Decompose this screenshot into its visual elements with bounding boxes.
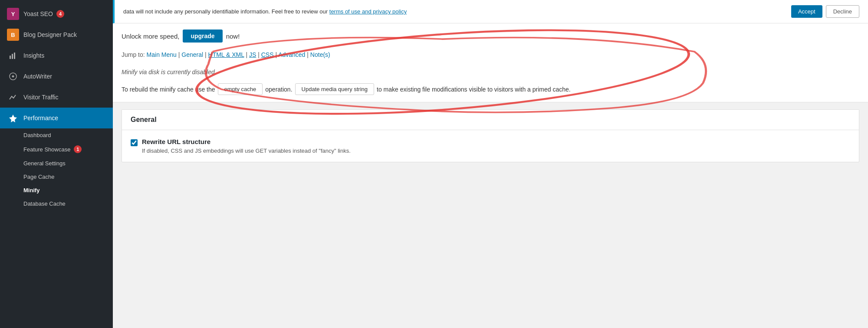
sidebar-label-autowriter: AutoWriter bbox=[23, 72, 52, 80]
svg-rect-0 bbox=[10, 56, 11, 59]
jump-general[interactable]: General bbox=[181, 51, 203, 58]
privacy-policy-link[interactable]: terms of use and privacy policy bbox=[329, 8, 407, 15]
jump-prefix: Jump to: bbox=[122, 51, 145, 58]
rewrite-url-row: Rewrite URL structure If disabled, CSS a… bbox=[131, 138, 850, 154]
decline-button[interactable]: Decline bbox=[826, 5, 859, 18]
rebuild-text-after: to make existing file modifications visi… bbox=[377, 86, 571, 93]
sidebar-label-insights: Insights bbox=[23, 52, 44, 59]
content-area: General Rewrite URL structure If disable… bbox=[113, 109, 868, 171]
upgrade-button[interactable]: upgrade bbox=[183, 30, 222, 43]
minify-info: Minify via disk is currently disabled. bbox=[113, 64, 868, 79]
insights-icon bbox=[7, 49, 19, 62]
sidebar-subitem-dashboard[interactable]: Dashboard bbox=[0, 128, 113, 142]
notice-bar: data will not include any personally ide… bbox=[113, 0, 868, 23]
accept-button[interactable]: Accept bbox=[791, 5, 822, 18]
jump-css[interactable]: CSS bbox=[261, 51, 274, 58]
visitor-traffic-icon bbox=[7, 91, 19, 103]
sidebar-subitem-general-settings[interactable]: General Settings bbox=[0, 157, 113, 170]
notice-actions: Accept Decline bbox=[791, 5, 859, 18]
upgrade-text-before: Unlock more speed, bbox=[122, 33, 179, 40]
feature-showcase-badge: 1 bbox=[74, 145, 82, 153]
sep6: | bbox=[307, 51, 310, 58]
sidebar-item-blog-designer[interactable]: B Blog Designer Pack bbox=[0, 24, 113, 45]
yoast-badge: 4 bbox=[56, 10, 64, 18]
sidebar-label-yoast: Yoast SEO bbox=[23, 10, 53, 18]
autowriter-icon bbox=[7, 70, 19, 82]
jump-advanced[interactable]: Advanced bbox=[278, 51, 305, 58]
rewrite-url-label-group: Rewrite URL structure If disabled, CSS a… bbox=[142, 138, 351, 154]
svg-rect-1 bbox=[12, 54, 13, 59]
rewrite-url-description: If disabled, CSS and JS embeddings will … bbox=[142, 148, 351, 154]
rewrite-url-checkbox[interactable] bbox=[131, 139, 138, 146]
general-section-header: General bbox=[122, 110, 859, 130]
sidebar-label-blog-designer: Blog Designer Pack bbox=[23, 31, 77, 39]
performance-icon bbox=[7, 112, 19, 124]
rewrite-url-label[interactable]: Rewrite URL structure bbox=[142, 138, 210, 145]
sidebar-item-insights[interactable]: Insights bbox=[0, 45, 113, 66]
sidebar-item-autowriter[interactable]: AutoWriter bbox=[0, 66, 113, 87]
jump-main-menu[interactable]: Main Menu bbox=[147, 51, 177, 58]
sidebar-item-performance[interactable]: Performance bbox=[0, 108, 113, 128]
blog-designer-icon: B bbox=[7, 29, 19, 41]
empty-cache-button[interactable]: empty cache bbox=[218, 83, 263, 95]
sep4: | bbox=[258, 51, 261, 58]
page-wrapper: Unlock more speed, upgrade now! Jump to:… bbox=[113, 23, 868, 171]
update-media-query-button[interactable]: Update media query string bbox=[295, 83, 374, 95]
sidebar-subitem-feature-showcase[interactable]: Feature Showcase 1 bbox=[0, 142, 113, 157]
yoast-icon: Y bbox=[7, 8, 19, 20]
sidebar-subitem-minify[interactable]: Minify bbox=[0, 184, 113, 197]
sep2: | bbox=[205, 51, 208, 58]
svg-marker-5 bbox=[9, 115, 17, 122]
notice-description: data will not include any personally ide… bbox=[123, 8, 328, 15]
sidebar-top: Y Yoast SEO 4 B Blog Designer Pack Insig… bbox=[0, 0, 113, 214]
main-content: data will not include any personally ide… bbox=[113, 0, 868, 328]
rebuild-text-before: To rebuild the minify cache use the bbox=[122, 86, 215, 93]
general-section: General Rewrite URL structure If disable… bbox=[122, 109, 859, 162]
rebuild-text-middle: operation. bbox=[265, 86, 292, 93]
sidebar: Y Yoast SEO 4 B Blog Designer Pack Insig… bbox=[0, 0, 113, 328]
general-section-body: Rewrite URL structure If disabled, CSS a… bbox=[122, 130, 859, 162]
upgrade-banner: Unlock more speed, upgrade now! bbox=[113, 23, 868, 47]
sidebar-label-visitor-traffic: Visitor Traffic bbox=[23, 93, 58, 101]
jump-js[interactable]: JS bbox=[249, 51, 256, 58]
jump-html-xml[interactable]: HTML & XML bbox=[208, 51, 244, 58]
svg-rect-2 bbox=[14, 52, 15, 59]
upgrade-text-after: now! bbox=[226, 33, 240, 40]
sidebar-item-visitor-traffic[interactable]: Visitor Traffic bbox=[0, 87, 113, 108]
feature-showcase-label: Feature Showcase bbox=[23, 146, 70, 153]
sidebar-label-performance: Performance bbox=[23, 114, 58, 122]
sidebar-item-yoast-seo[interactable]: Y Yoast SEO 4 bbox=[0, 3, 113, 24]
jump-nav: Jump to: Main Menu | General | HTML & XM… bbox=[113, 47, 868, 64]
sep3: | bbox=[246, 51, 249, 58]
sidebar-subitem-database-cache[interactable]: Database Cache bbox=[0, 197, 113, 210]
notice-text: data will not include any personally ide… bbox=[123, 8, 788, 15]
rebuild-cache-row: To rebuild the minify cache use the empt… bbox=[113, 79, 868, 102]
sidebar-subitem-page-cache[interactable]: Page Cache bbox=[0, 170, 113, 184]
jump-notes[interactable]: Note(s) bbox=[310, 51, 330, 58]
